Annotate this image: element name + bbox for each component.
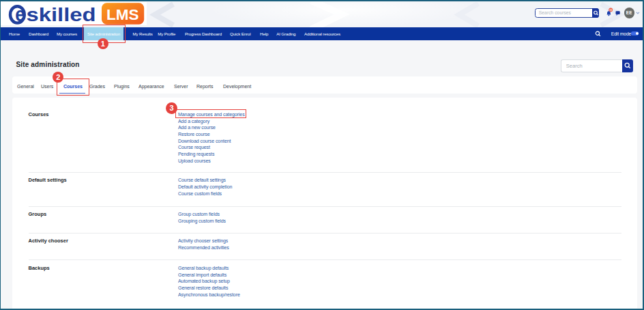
svg-text:LMS: LMS — [106, 5, 139, 23]
svg-text:10: 10 — [609, 9, 612, 12]
svg-text:skilled: skilled — [27, 5, 96, 25]
svg-text:e: e — [15, 3, 25, 25]
